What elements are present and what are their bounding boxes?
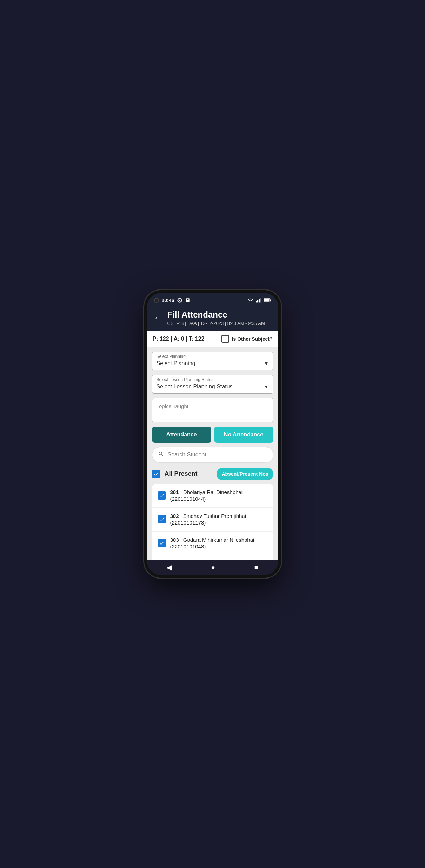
student-text: 301 | Dholariya Raj Dineshbhai (22010101… bbox=[170, 489, 268, 502]
svg-point-2 bbox=[179, 300, 180, 301]
planning-field[interactable]: Select Planning Select Planning ▼ bbox=[152, 352, 273, 370]
phone-frame: 10:46 ← Fill Attendance CSE-4B | DAA | 1… bbox=[144, 290, 281, 578]
all-present-row: All Present Absent/Present Nos bbox=[147, 466, 278, 484]
notification-icon bbox=[177, 298, 182, 303]
header-text: Fill Attendance CSE-4B | DAA | 12-12-202… bbox=[167, 310, 265, 326]
lesson-planning-chevron-icon: ▼ bbox=[264, 384, 269, 389]
planning-select-value: Select Planning bbox=[157, 360, 195, 367]
planning-field-label: Select Planning bbox=[157, 354, 269, 359]
stats-row: P: 122 | A: 0 | T: 122 Is Other Subject? bbox=[147, 331, 278, 347]
separator1: | A: bbox=[171, 336, 181, 342]
svg-rect-11 bbox=[264, 299, 269, 302]
lesson-planning-select[interactable]: Select Lesson Planning Status ▼ bbox=[157, 383, 269, 390]
planning-select[interactable]: Select Planning ▼ bbox=[157, 360, 269, 367]
student-checkbox[interactable] bbox=[158, 539, 166, 547]
student-item[interactable]: 304 | Padariya Dhruvik Sanjaybhai (22010… bbox=[152, 555, 273, 560]
present-label: P: bbox=[153, 336, 160, 342]
student-checkbox[interactable] bbox=[158, 515, 166, 523]
svg-rect-10 bbox=[270, 299, 271, 301]
svg-rect-7 bbox=[259, 299, 260, 302]
svg-rect-6 bbox=[257, 300, 258, 302]
topics-taught-placeholder: Topics Taught bbox=[157, 403, 188, 409]
present-value: 122 bbox=[160, 336, 169, 342]
search-box[interactable] bbox=[152, 447, 273, 463]
app-header: ← Fill Attendance CSE-4B | DAA | 12-12-2… bbox=[147, 306, 278, 331]
planning-chevron-icon: ▼ bbox=[264, 361, 269, 366]
camera-icon bbox=[154, 298, 159, 303]
form-section: Select Planning Select Planning ▼ Select… bbox=[147, 347, 278, 427]
svg-rect-4 bbox=[187, 299, 189, 301]
no-attendance-button[interactable]: No Attendance bbox=[214, 427, 273, 443]
signal-icon bbox=[256, 298, 261, 303]
absent-present-button[interactable]: Absent/Present Nos bbox=[217, 468, 273, 480]
nav-back-icon[interactable]: ◀ bbox=[166, 563, 172, 572]
student-checkbox[interactable] bbox=[158, 491, 166, 500]
battery-icon bbox=[264, 298, 271, 302]
other-subject-text: Is Other Subject? bbox=[232, 336, 273, 342]
student-item[interactable]: 303 | Gadara Mihirkumar Nileshbhai (2201… bbox=[152, 532, 273, 555]
all-present-checkbox[interactable] bbox=[152, 470, 160, 478]
status-bar: 10:46 bbox=[147, 293, 278, 306]
other-subject-label: Is Other Subject? bbox=[221, 335, 273, 343]
separator2: | T: bbox=[186, 336, 195, 342]
student-item[interactable]: 301 | Dholariya Raj Dineshbhai (22010101… bbox=[152, 484, 273, 508]
other-subject-checkbox[interactable] bbox=[221, 335, 229, 343]
topics-taught-input[interactable]: Topics Taught bbox=[152, 398, 273, 422]
svg-rect-5 bbox=[256, 301, 257, 303]
back-button[interactable]: ← bbox=[153, 312, 163, 324]
attendance-button[interactable]: Attendance bbox=[152, 427, 211, 443]
status-icons bbox=[247, 298, 271, 303]
total-value: 122 bbox=[195, 336, 205, 342]
student-list: 301 | Dholariya Raj Dineshbhai (22010101… bbox=[152, 484, 273, 560]
wifi-icon bbox=[247, 298, 254, 303]
lesson-planning-field-label: Select Lesson Planning Status bbox=[157, 377, 269, 382]
attendance-stats: P: 122 | A: 0 | T: 122 bbox=[153, 336, 221, 342]
page-subtitle: CSE-4B | DAA | 12-12-2023 | 8:40 AM - 9:… bbox=[167, 321, 265, 326]
status-left: 10:46 bbox=[154, 298, 191, 303]
student-text: 303 | Gadara Mihirkumar Nileshbhai (2201… bbox=[170, 536, 268, 550]
student-text: 302 | Sindhav Tushar Premjibhai (2201010… bbox=[170, 513, 268, 526]
lesson-planning-select-value: Select Lesson Planning Status bbox=[157, 383, 233, 390]
search-input[interactable] bbox=[168, 452, 267, 458]
time-display: 10:46 bbox=[162, 298, 174, 303]
search-icon bbox=[158, 451, 164, 459]
svg-rect-8 bbox=[260, 298, 261, 303]
nav-home-icon[interactable]: ● bbox=[211, 563, 215, 572]
action-buttons: Attendance No Attendance bbox=[147, 427, 278, 447]
lesson-planning-field[interactable]: Select Lesson Planning Status Select Les… bbox=[152, 375, 273, 394]
bottom-nav: ◀ ● ■ bbox=[147, 560, 278, 575]
nav-square-icon[interactable]: ■ bbox=[254, 563, 259, 572]
all-present-label: All Present bbox=[165, 470, 213, 478]
main-content: P: 122 | A: 0 | T: 122 Is Other Subject?… bbox=[147, 331, 278, 560]
student-item[interactable]: 302 | Sindhav Tushar Premjibhai (2201010… bbox=[152, 508, 273, 532]
sim-icon bbox=[185, 298, 190, 303]
search-section bbox=[147, 447, 278, 466]
page-title: Fill Attendance bbox=[167, 310, 265, 320]
absent-value: 0 bbox=[181, 336, 184, 342]
